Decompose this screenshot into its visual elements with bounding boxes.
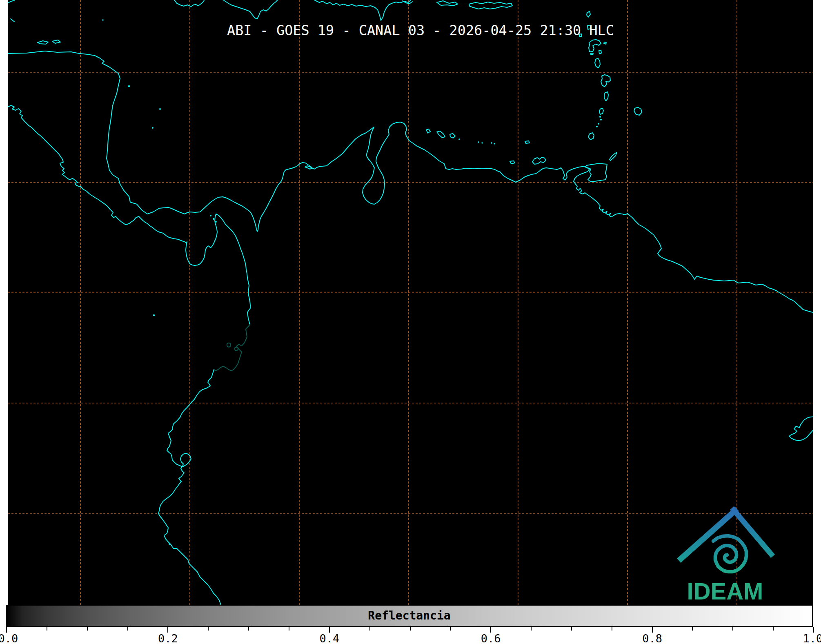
colorbar-tick-label: 1.0	[803, 632, 821, 644]
map-background	[8, 0, 813, 605]
colorbar-tick-label: 0.0	[0, 632, 18, 644]
colorbar-major-tick	[167, 627, 168, 633]
colorbar-major-tick	[813, 627, 814, 633]
colorbar-label: Reflectancia	[7, 606, 812, 626]
colorbar-tick-label: 0.4	[319, 632, 339, 644]
figure: IDEAM ABI - GOES 19 - CANAL 03 - 2026-04…	[0, 0, 821, 644]
colorbar-minor-tick	[127, 627, 128, 631]
image-title: ABI - GOES 19 - CANAL 03 - 2026-04-25 21…	[227, 22, 614, 38]
colorbar-major-tick	[652, 627, 653, 633]
satellite-map: IDEAM	[0, 0, 821, 644]
colorbar-major-tick	[490, 627, 491, 633]
colorbar-minor-tick	[773, 627, 774, 631]
colorbar-tick-label: 0.2	[158, 632, 178, 644]
colorbar-major-tick	[6, 627, 7, 633]
colorbar-minor-tick	[450, 627, 451, 631]
colorbar-minor-tick	[87, 627, 88, 631]
colorbar-tick-label: 0.8	[642, 632, 662, 644]
colorbar-minor-tick	[692, 627, 693, 631]
colorbar-minor-tick	[531, 627, 532, 631]
colorbar-major-tick	[329, 627, 330, 633]
colorbar-tick-label: 0.6	[481, 632, 501, 644]
colorbar: Reflectancia	[6, 605, 813, 627]
colorbar-minor-tick	[47, 627, 47, 631]
colorbar-minor-tick	[571, 627, 572, 631]
colorbar-minor-tick	[732, 627, 733, 631]
colorbar-minor-tick	[208, 627, 209, 631]
colorbar-minor-tick	[410, 627, 411, 631]
logo-text: IDEAM	[687, 578, 763, 604]
colorbar-minor-tick	[248, 627, 249, 631]
colorbar-minor-tick	[369, 627, 370, 631]
colorbar-minor-tick	[612, 627, 612, 631]
colorbar-minor-tick	[289, 627, 289, 631]
